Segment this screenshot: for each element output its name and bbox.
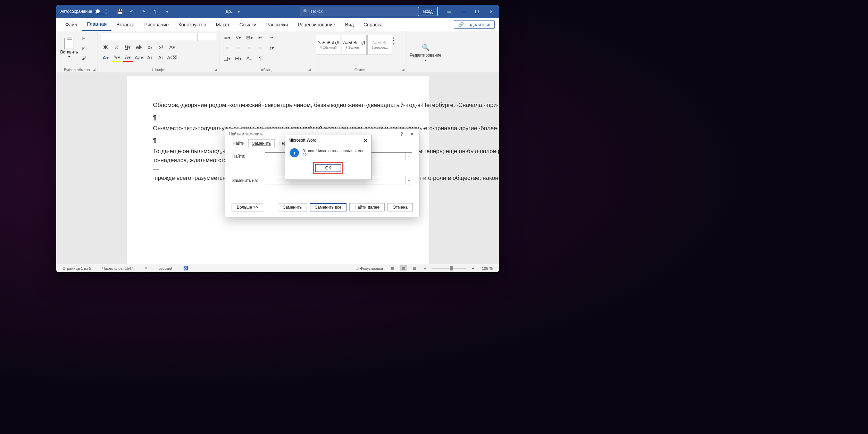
minimize-icon[interactable]: — <box>457 5 470 18</box>
zoom-in-button[interactable]: + <box>470 266 476 271</box>
strike-button[interactable]: ab <box>134 43 144 51</box>
proofing-icon[interactable]: ✎ <box>142 265 150 271</box>
save-icon[interactable]: 💾 <box>115 7 125 16</box>
tab-file[interactable]: Файл <box>60 18 82 31</box>
font-size-combo[interactable] <box>198 33 216 41</box>
superscript-button[interactable]: x² <box>156 43 166 51</box>
page-indicator[interactable]: Страница 1 из 5 <box>60 266 93 271</box>
show-marks-button[interactable]: ¶ <box>256 54 265 62</box>
increase-indent-button[interactable]: ⇥ <box>267 33 276 42</box>
line-spacing-button[interactable]: ↕▾ <box>267 44 276 52</box>
format-painter-icon[interactable]: 🖌 <box>80 54 87 62</box>
shrink-font-button[interactable]: A↓ <box>156 53 166 62</box>
tab-insert[interactable]: Вставка <box>111 18 139 31</box>
zoom-level[interactable]: 108 % <box>480 266 495 271</box>
borders-button[interactable]: ⊞▾ <box>233 54 243 62</box>
message-dialog: Microsoft Word ✕ i Готово. Число выполне… <box>285 135 372 180</box>
group-editing: 🔍 Редактирование ▾ <box>407 31 499 73</box>
tab-replace[interactable]: Заменить <box>248 139 275 148</box>
zoom-slider[interactable] <box>432 268 466 269</box>
tab-home[interactable]: Главная <box>82 18 111 31</box>
search-input[interactable]: 🔍 Поиск <box>300 7 418 16</box>
numbering-button[interactable]: ⅟▾ <box>233 33 243 42</box>
tab-draw[interactable]: Рисование <box>139 18 174 31</box>
bullets-button[interactable]: ≣▾ <box>222 33 232 42</box>
tab-references[interactable]: Ссылки <box>234 18 261 31</box>
font-color2-button[interactable]: A▾ <box>123 53 133 62</box>
paragraph-launcher[interactable]: ◢ <box>308 68 311 71</box>
title-center: До… ▾ <box>172 9 293 14</box>
close-icon[interactable]: ✕ <box>484 5 498 18</box>
replace-dropdown-icon[interactable]: ▾ <box>406 177 412 184</box>
accessibility-icon[interactable]: ♿ <box>181 265 190 271</box>
ribbon: Вставить ▾ ✂ ⎘ 🖌 Буфер обмена ◢ Ж К Ч▾ <box>56 31 499 73</box>
sort-button[interactable]: A↓ <box>244 54 254 62</box>
print-layout-icon[interactable]: ▤ <box>400 265 407 271</box>
find-next-button[interactable]: Найти далее <box>349 203 385 211</box>
web-layout-icon[interactable]: ▥ <box>411 265 418 271</box>
autosave-control[interactable]: Автосохранение <box>56 9 111 14</box>
subscript-button[interactable]: x₂ <box>145 43 155 51</box>
title-dropdown-icon[interactable]: ▾ <box>238 10 240 14</box>
focus-mode[interactable]: ⊡ Фокусировка <box>353 265 385 271</box>
styles-launcher[interactable]: ◢ <box>402 68 404 71</box>
titlebar: Автосохранение 💾 ↶ ↷ ¶ ▾ До… ▾ 🔍 Поиск В… <box>56 5 499 18</box>
grow-font-button[interactable]: A↑ <box>145 53 155 62</box>
autosave-toggle[interactable] <box>95 9 107 14</box>
tab-mailings[interactable]: Рассылки <box>261 18 293 31</box>
underline-button[interactable]: Ч▾ <box>123 43 133 51</box>
change-case-button[interactable]: Aa▾ <box>134 53 144 62</box>
qat-more-icon[interactable]: ▾ <box>162 7 172 16</box>
shading-button[interactable]: ◫▾ <box>222 54 232 62</box>
maximize-icon[interactable]: ☐ <box>470 5 484 18</box>
multilevel-button[interactable]: ⊟▾ <box>244 33 254 42</box>
tab-help[interactable]: Справка <box>359 18 387 31</box>
decrease-indent-button[interactable]: ⇤ <box>256 33 265 42</box>
align-center-button[interactable]: ≡ <box>233 44 243 52</box>
ribbon-mode-icon[interactable]: ▭ <box>443 5 456 18</box>
language-indicator[interactable]: русский <box>157 266 174 271</box>
dialog-close-icon[interactable]: ✕ <box>409 131 416 137</box>
styles-more-button[interactable]: ▴ ▾ ▾ <box>393 35 399 45</box>
style-heading[interactable]: АаБбВв Заголово… <box>367 35 392 55</box>
font-launcher[interactable]: ◢ <box>215 68 217 71</box>
italic-button[interactable]: К <box>112 43 122 51</box>
word-count[interactable]: Число слов: 1547 <box>100 266 135 271</box>
share-button[interactable]: 🔗 Поделиться <box>454 20 495 29</box>
style-no-spacing[interactable]: АаБбВвГгД ¶ Без инт… <box>342 35 367 55</box>
replace-button[interactable]: Заменить <box>278 203 307 211</box>
paste-button[interactable]: Вставить ▾ <box>59 33 79 63</box>
dialog-help-icon[interactable]: ? <box>398 131 405 137</box>
zoom-out-button[interactable]: − <box>422 266 428 271</box>
msg-close-icon[interactable]: ✕ <box>363 137 368 144</box>
style-normal[interactable]: АаБбВвГгД ¶ Обычный <box>316 35 341 55</box>
align-left-button[interactable]: ≡ <box>222 44 232 52</box>
pilcrow-icon[interactable]: ¶ <box>150 7 160 16</box>
find-dropdown-icon[interactable]: ▾ <box>406 153 412 160</box>
cut-icon[interactable]: ✂ <box>80 35 87 42</box>
login-button[interactable]: Вход <box>418 7 438 16</box>
highlight-button[interactable]: ✎▾ <box>112 53 122 62</box>
tab-layout[interactable]: Макет <box>211 18 235 31</box>
tab-view[interactable]: Вид <box>340 18 359 31</box>
ok-button[interactable]: ОК <box>315 164 341 172</box>
tab-design[interactable]: Конструктор <box>174 18 211 31</box>
clear-format-button[interactable]: A⌫ <box>167 53 177 62</box>
tab-review[interactable]: Рецензирование <box>293 18 340 31</box>
copy-icon[interactable]: ⎘ <box>80 44 87 52</box>
replace-all-button[interactable]: Заменить все <box>310 203 347 211</box>
cancel-button[interactable]: Отмена <box>387 203 413 211</box>
undo-icon[interactable]: ↶ <box>127 7 136 16</box>
justify-button[interactable]: ≡ <box>256 44 265 52</box>
font-family-combo[interactable] <box>101 33 196 41</box>
text-effects-button[interactable]: A▾ <box>167 43 177 51</box>
read-mode-icon[interactable]: ▦ <box>389 265 396 271</box>
align-right-button[interactable]: ≡ <box>244 44 254 52</box>
editing-button[interactable]: 🔍 Редактирование ▾ <box>410 44 441 62</box>
tab-find[interactable]: Найти <box>229 139 248 148</box>
clipboard-launcher[interactable]: ◢ <box>93 68 95 71</box>
more-button[interactable]: Больше >> <box>232 203 263 211</box>
font-color-button[interactable]: A▾ <box>101 53 110 62</box>
redo-icon[interactable]: ↷ <box>139 7 148 16</box>
bold-button[interactable]: Ж <box>101 43 110 51</box>
